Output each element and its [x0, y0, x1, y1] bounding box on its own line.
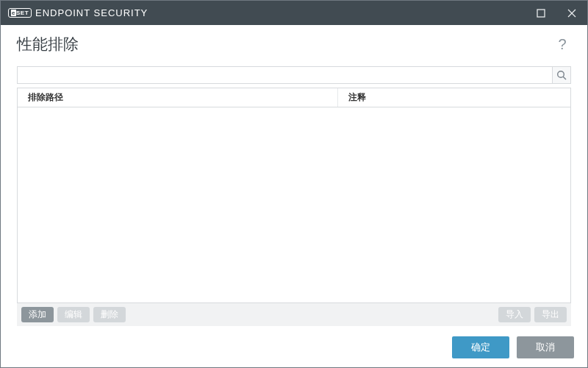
content-area: 性能排除 ? 排除路径 注释 添加 编辑 删除 导入 导出: [1, 25, 587, 328]
export-button[interactable]: 导出: [534, 307, 567, 322]
svg-rect-0: [537, 10, 545, 17]
table-action-bar: 添加 编辑 删除 导入 导出: [17, 303, 571, 326]
dialog-footer: 确定 取消: [1, 328, 587, 367]
add-button[interactable]: 添加: [21, 307, 54, 322]
brand-logo: eSET: [8, 8, 32, 18]
close-button[interactable]: [556, 1, 587, 25]
search-row: [17, 66, 571, 84]
table-header: 排除路径 注释: [18, 88, 570, 107]
table-body: [18, 107, 570, 302]
svg-point-3: [558, 71, 564, 78]
column-header-path[interactable]: 排除路径: [18, 88, 338, 107]
delete-button[interactable]: 删除: [93, 307, 126, 322]
brand-logo-e: e: [11, 10, 16, 16]
search-icon: [556, 70, 567, 80]
import-button[interactable]: 导入: [498, 307, 531, 322]
column-header-comment[interactable]: 注释: [338, 88, 570, 107]
page-header: 性能排除 ?: [17, 34, 571, 54]
title-bar: eSET ENDPOINT SECURITY: [1, 1, 587, 25]
search-input[interactable]: [17, 66, 552, 84]
app-title: ENDPOINT SECURITY: [35, 7, 148, 18]
svg-line-4: [563, 77, 566, 79]
page-title: 性能排除: [17, 34, 79, 54]
ok-button[interactable]: 确定: [452, 336, 509, 358]
exclusions-table: 排除路径 注释: [17, 88, 571, 303]
cancel-button[interactable]: 取消: [517, 336, 574, 358]
search-button[interactable]: [552, 66, 571, 84]
help-button[interactable]: ?: [553, 36, 571, 53]
maximize-button[interactable]: [526, 1, 556, 25]
edit-button[interactable]: 编辑: [57, 307, 90, 322]
brand-logo-text: SET: [16, 10, 29, 16]
